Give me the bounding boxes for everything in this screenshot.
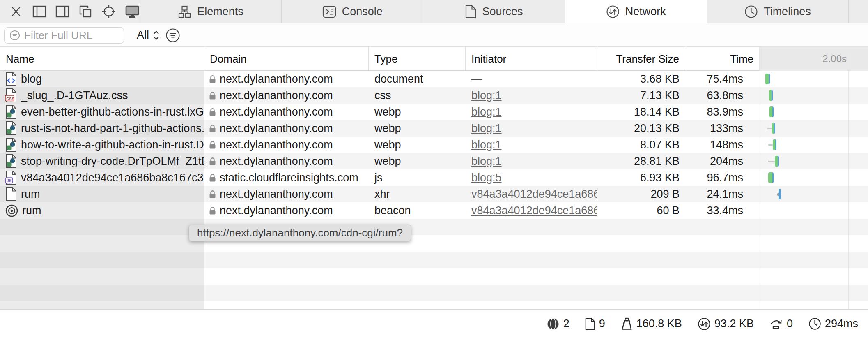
tab-console[interactable]: Console bbox=[281, 0, 423, 23]
tab-timelines[interactable]: Timelines bbox=[707, 0, 848, 23]
request-name: rum bbox=[21, 188, 40, 201]
initiator-value: — bbox=[471, 73, 482, 86]
redirect-icon bbox=[769, 318, 783, 330]
waterfall-cell bbox=[760, 153, 868, 169]
request-name: rust-is-not-hard-part-1-github-actions.… bbox=[21, 122, 204, 135]
waterfall-cell bbox=[760, 137, 868, 153]
table-row[interactable]: blognext.dylananthony.comdocument—3.68 K… bbox=[0, 71, 868, 87]
close-icon[interactable] bbox=[9, 3, 23, 20]
dock-right-icon[interactable] bbox=[55, 3, 69, 20]
waterfall-bar[interactable] bbox=[779, 189, 781, 199]
timelines-icon bbox=[744, 5, 758, 19]
tab-label: Sources bbox=[482, 5, 523, 18]
status-item-clock: 294ms bbox=[808, 317, 858, 330]
filter-options-button[interactable] bbox=[165, 28, 180, 43]
device-icon[interactable] bbox=[125, 3, 140, 20]
request-transfer-size: 6.93 KB bbox=[597, 169, 686, 186]
request-time: 96.7ms bbox=[686, 169, 760, 186]
table-row[interactable]: CSS_slug_.D-1GTAuz.cssnext.dylananthony.… bbox=[0, 87, 868, 104]
waterfall-bar[interactable] bbox=[773, 139, 776, 150]
status-value: 294ms bbox=[825, 317, 858, 330]
column-header-type[interactable]: Type bbox=[369, 47, 466, 71]
chevron-up-down-icon bbox=[153, 30, 160, 40]
resource-type-scope[interactable]: All bbox=[137, 23, 160, 47]
empty-row bbox=[0, 235, 868, 252]
request-time: 75.4ms bbox=[686, 71, 760, 87]
request-transfer-size: 28.81 KB bbox=[597, 153, 686, 169]
lock-icon bbox=[209, 124, 216, 133]
waterfall-header[interactable]: 2.00s bbox=[760, 47, 868, 71]
dock-left-icon[interactable] bbox=[32, 3, 46, 20]
weight-icon bbox=[621, 317, 633, 330]
waterfall-bar[interactable] bbox=[768, 172, 774, 183]
inspect-element-icon[interactable] bbox=[102, 3, 116, 20]
table-row[interactable]: how-to-write-a-github-action-in-rust.D…n… bbox=[0, 137, 868, 153]
initiator-link[interactable]: blog:1 bbox=[471, 139, 502, 151]
column-header-transfer-size[interactable]: Transfer Size bbox=[597, 47, 686, 71]
request-name: _slug_.D-1GTAuz.css bbox=[21, 89, 128, 102]
request-transfer-size: 20.13 KB bbox=[597, 120, 686, 137]
image-doc-icon bbox=[5, 104, 17, 119]
waterfall-bar[interactable] bbox=[775, 156, 779, 167]
table-row[interactable]: stop-writing-dry-code.DrTpOLMf_Z1tD…next… bbox=[0, 153, 868, 169]
request-time: 133ms bbox=[686, 120, 760, 137]
lock-icon bbox=[209, 108, 216, 116]
detach-window-icon[interactable] bbox=[78, 3, 92, 20]
tab-sources[interactable]: Sources bbox=[423, 0, 565, 23]
request-domain: next.dylananthony.com bbox=[220, 139, 333, 151]
request-transfer-size: 8.07 KB bbox=[597, 137, 686, 153]
column-header-domain[interactable]: Domain bbox=[204, 47, 369, 71]
column-divider[interactable] bbox=[204, 71, 204, 309]
initiator-link[interactable]: v84a3a4012de94ce1a686… bbox=[471, 204, 597, 217]
request-type: beacon bbox=[369, 202, 466, 219]
request-domain: next.dylananthony.com bbox=[220, 188, 333, 201]
waterfall-scale-label: 2.00s bbox=[822, 53, 847, 65]
status-value: 93.2 KB bbox=[714, 317, 754, 330]
column-header-time[interactable]: Time bbox=[686, 47, 760, 71]
tab-elements[interactable]: Elements bbox=[140, 0, 281, 23]
empty-row bbox=[0, 285, 868, 301]
waterfall-cell bbox=[760, 120, 868, 137]
table-row[interactable]: rumnext.dylananthony.combeaconv84a3a4012… bbox=[0, 202, 868, 219]
waterfall-bar[interactable] bbox=[765, 74, 770, 84]
column-header-initiator[interactable]: Initiator bbox=[466, 47, 597, 71]
table-row[interactable]: JSv84a3a4012de94ce1a686ba8c167c35…static… bbox=[0, 169, 868, 186]
lock-icon bbox=[209, 174, 216, 182]
table-header-row: Name Domain Type Initiator Transfer Size… bbox=[0, 47, 868, 71]
table-row[interactable]: even-better-github-actions-in-rust.lxG…n… bbox=[0, 104, 868, 120]
inspector-tabs: ElementsConsoleSourcesNetworkTimelines bbox=[140, 0, 848, 23]
request-time: 33.4ms bbox=[686, 202, 760, 219]
table-row[interactable]: rumnext.dylananthony.comxhrv84a3a4012de9… bbox=[0, 186, 868, 202]
lock-icon bbox=[209, 190, 216, 199]
table-row[interactable]: rust-is-not-hard-part-1-github-actions.…… bbox=[0, 120, 868, 137]
request-domain: next.dylananthony.com bbox=[220, 89, 333, 102]
initiator-link[interactable]: blog:1 bbox=[471, 106, 502, 118]
status-item-document: 9 bbox=[585, 317, 605, 330]
image-doc-icon bbox=[5, 121, 17, 136]
waterfall-bar[interactable] bbox=[769, 106, 774, 117]
waterfall-header-gridline bbox=[848, 53, 848, 71]
initiator-link[interactable]: blog:1 bbox=[471, 89, 502, 102]
request-domain: next.dylananthony.com bbox=[220, 106, 333, 118]
initiator-link[interactable]: v84a3a4012de94ce1a686… bbox=[471, 188, 597, 201]
tab-bar-stub bbox=[848, 0, 868, 23]
filter-url-input[interactable]: Filter Full URL bbox=[4, 27, 124, 44]
sources-icon bbox=[465, 5, 476, 19]
initiator-link[interactable]: blog:1 bbox=[471, 122, 502, 135]
request-type: webp bbox=[369, 120, 466, 137]
column-header-name[interactable]: Name bbox=[0, 47, 204, 71]
image-doc-icon bbox=[5, 154, 17, 169]
inspector-toolbar bbox=[0, 0, 140, 23]
html-doc-icon bbox=[5, 72, 17, 86]
tab-network[interactable]: Network bbox=[565, 0, 707, 23]
status-value: 160.8 KB bbox=[636, 317, 682, 330]
column-divider bbox=[760, 71, 760, 309]
waterfall-bar[interactable] bbox=[769, 90, 773, 101]
initiator-link[interactable]: blog:1 bbox=[471, 155, 502, 168]
lock-icon bbox=[209, 75, 216, 83]
url-tooltip: https://next.dylananthony.com/cdn-cgi/ru… bbox=[189, 225, 411, 241]
waterfall-bar[interactable] bbox=[772, 123, 775, 134]
waterfall-gridline bbox=[848, 71, 849, 309]
js-doc-icon: JS bbox=[5, 170, 17, 185]
initiator-link[interactable]: blog:5 bbox=[471, 171, 502, 184]
